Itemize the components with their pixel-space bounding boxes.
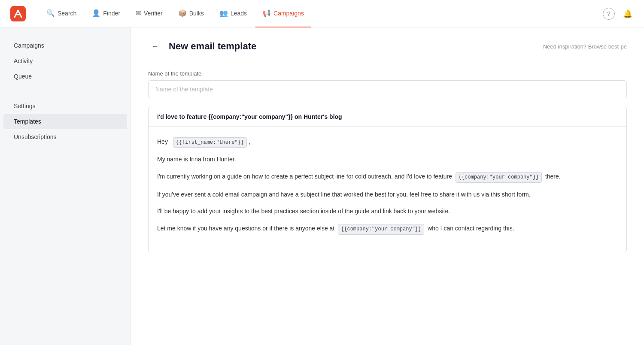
nav-bulks-label: Bulks bbox=[189, 10, 204, 17]
template-name-input[interactable] bbox=[148, 80, 627, 98]
sidebar-item-queue[interactable]: Queue bbox=[3, 69, 127, 84]
svg-rect-0 bbox=[10, 6, 26, 21]
sidebar-activity-label: Activity bbox=[14, 58, 33, 64]
search-icon: 🔍 bbox=[46, 9, 55, 17]
nav-finder-label: Finder bbox=[103, 10, 120, 17]
finder-icon: 👤 bbox=[92, 9, 100, 17]
hey-text: Hey bbox=[157, 138, 168, 145]
email-body-line3: I'm currently working on a guide on how … bbox=[157, 172, 618, 182]
sidebar-item-unsubscriptions[interactable]: Unsubscriptions bbox=[3, 129, 127, 145]
comma-text: , bbox=[249, 138, 250, 145]
nav-right: ? 🔔 bbox=[603, 8, 634, 20]
campaigns-icon: 📢 bbox=[262, 9, 271, 17]
form-area: Name of the template I'd love to feature… bbox=[131, 62, 644, 269]
sidebar-divider bbox=[0, 91, 131, 91]
sidebar-settings-label: Settings bbox=[14, 103, 36, 109]
email-body-line5: I'll be happy to add your insights to th… bbox=[157, 206, 618, 217]
email-body-line2: My name is Irina from Hunter. bbox=[157, 154, 618, 165]
main-content: ← New email template Need inspiration? B… bbox=[131, 27, 644, 345]
bulks-icon: 📦 bbox=[178, 9, 187, 17]
line3-prefix: I'm currently working on a guide on how … bbox=[157, 173, 452, 180]
page-title: New email template bbox=[169, 41, 256, 52]
top-nav: 🔍 Search 👤 Finder ✉ Verifier 📦 Bulks 👥 L… bbox=[0, 0, 644, 27]
sidebar-item-settings[interactable]: Settings bbox=[3, 98, 127, 114]
page-header: ← New email template Need inspiration? B… bbox=[131, 27, 644, 62]
inspiration-link[interactable]: Need inspiration? Browse best-pe bbox=[543, 43, 627, 50]
leads-icon: 👥 bbox=[219, 9, 228, 17]
sidebar-item-campaigns[interactable]: Campaigns bbox=[3, 38, 127, 53]
back-button[interactable]: ← bbox=[148, 39, 162, 53]
app-logo[interactable] bbox=[10, 6, 26, 21]
nav-campaigns[interactable]: 📢 Campaigns bbox=[255, 0, 311, 27]
email-body-line1: Hey {{first_name:"there"}} , bbox=[157, 137, 618, 148]
sidebar-unsubscriptions-label: Unsubscriptions bbox=[14, 133, 57, 140]
sidebar-group-secondary: Settings Templates Unsubscriptions bbox=[0, 98, 131, 145]
nav-finder[interactable]: 👤 Finder bbox=[85, 0, 127, 27]
line6-prefix: Let me know if you have any questions or… bbox=[157, 225, 334, 232]
email-subject-text: I'd love to feature {{company:"your comp… bbox=[157, 113, 342, 120]
nav-leads[interactable]: 👥 Leads bbox=[213, 0, 254, 27]
template-name-label: Name of the template bbox=[148, 70, 627, 77]
email-subject: I'd love to feature {{company:"your comp… bbox=[149, 107, 626, 127]
first-name-tag: {{first_name:"there"}} bbox=[173, 137, 247, 148]
email-body-line6: Let me know if you have any questions or… bbox=[157, 224, 618, 234]
line3-suffix: there. bbox=[545, 173, 561, 180]
sidebar: Campaigns Activity Queue Settings Templa… bbox=[0, 27, 131, 345]
email-body-line4: If you've ever sent a cold email campaig… bbox=[157, 190, 618, 200]
sidebar-queue-label: Queue bbox=[14, 73, 32, 80]
line6-suffix: who I can contact regarding this. bbox=[428, 225, 514, 232]
sidebar-item-activity[interactable]: Activity bbox=[3, 53, 127, 69]
page-header-left: ← New email template bbox=[148, 39, 256, 53]
nav-campaigns-label: Campaigns bbox=[273, 10, 304, 17]
layout: Campaigns Activity Queue Settings Templa… bbox=[0, 27, 644, 345]
sidebar-templates-label: Templates bbox=[14, 118, 41, 125]
email-body[interactable]: Hey {{first_name:"there"}} , My name is … bbox=[149, 127, 626, 252]
company-tag-2: {{company:"your company"}} bbox=[338, 224, 424, 234]
company-tag-1: {{company:"your company"}} bbox=[456, 172, 542, 182]
verifier-icon: ✉ bbox=[136, 9, 141, 17]
nav-leads-label: Leads bbox=[231, 10, 247, 17]
nav-items: 🔍 Search 👤 Finder ✉ Verifier 📦 Bulks 👥 L… bbox=[39, 0, 603, 27]
nav-verifier[interactable]: ✉ Verifier bbox=[129, 0, 170, 27]
sidebar-campaigns-label: Campaigns bbox=[14, 42, 44, 49]
nav-search[interactable]: 🔍 Search bbox=[39, 0, 83, 27]
email-editor: I'd love to feature {{company:"your comp… bbox=[148, 107, 627, 252]
nav-verifier-label: Verifier bbox=[144, 10, 163, 17]
nav-search-label: Search bbox=[58, 10, 76, 17]
notifications-icon[interactable]: 🔔 bbox=[622, 8, 634, 20]
sidebar-group-main: Campaigns Activity Queue bbox=[0, 38, 131, 84]
sidebar-item-templates[interactable]: Templates bbox=[3, 114, 127, 129]
help-icon[interactable]: ? bbox=[603, 8, 615, 20]
nav-bulks[interactable]: 📦 Bulks bbox=[171, 0, 211, 27]
